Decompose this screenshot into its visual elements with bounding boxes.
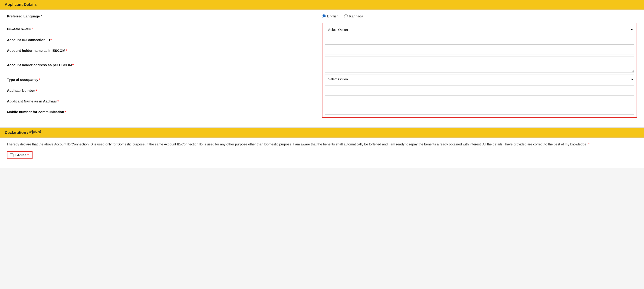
- account-id-input[interactable]: [325, 36, 634, 44]
- page-wrapper: Applicant Details Preferred Language * E…: [0, 0, 644, 168]
- language-options: English Kannada: [322, 14, 637, 18]
- field-label-0: ESCOM NAME *: [7, 23, 317, 34]
- mobile-number-field: [325, 106, 634, 114]
- applicant-name-aadhaar-field: [325, 96, 634, 104]
- field-label-6: Applicant Name as in Aadhaar *: [7, 96, 317, 106]
- applicant-name-aadhaar-input[interactable]: [325, 96, 634, 104]
- i-agree-label: I Agree *: [15, 153, 29, 157]
- escom-name-field: Select Option: [325, 25, 634, 34]
- declaration-section-header: Declaration / ಘೋಷಣೆ: [0, 128, 644, 138]
- account-holder-address-textarea[interactable]: [325, 56, 634, 72]
- mobile-number-input[interactable]: [325, 106, 634, 114]
- declaration-text: I hereby declare that the above Account …: [7, 142, 637, 147]
- declaration-section: Declaration / ಘೋಷಣೆ I hereby declare tha…: [0, 128, 644, 168]
- field-label-3: Account holder address as per ESCOM *: [7, 56, 317, 74]
- aadhaar-number-field: [325, 85, 634, 94]
- applicant-form-body: Preferred Language * English Kannada ESC…: [0, 10, 644, 122]
- account-holder-name-field: [325, 46, 634, 55]
- preferred-language-label: Preferred Language *: [7, 14, 322, 18]
- english-radio[interactable]: [322, 14, 326, 18]
- english-option[interactable]: English: [322, 14, 338, 18]
- labels-column: ESCOM NAME *Account ID/Connection ID *Ac…: [7, 23, 322, 118]
- account-id-field: [325, 36, 634, 44]
- type-of-occupancy-field: Select Option: [325, 74, 634, 84]
- i-agree-row: I Agree *: [7, 151, 32, 159]
- type-of-occupancy-select[interactable]: Select Option: [325, 74, 634, 84]
- declaration-body: I hereby declare that the above Account …: [0, 138, 644, 161]
- field-label-2: Account holder name as in ESCOM *: [7, 45, 317, 56]
- kannada-radio[interactable]: [344, 14, 348, 18]
- red-border-container: Select Option: [322, 23, 637, 118]
- escom-name-select[interactable]: Select Option: [325, 25, 634, 34]
- aadhaar-number-input[interactable]: [325, 85, 634, 94]
- applicant-details-section: Applicant Details Preferred Language * E…: [0, 0, 644, 128]
- field-label-4: Type of occupancy *: [7, 74, 317, 85]
- i-agree-checkbox[interactable]: [10, 153, 14, 157]
- fields-column: Select Option: [322, 23, 637, 118]
- kannada-option[interactable]: Kannada: [344, 14, 363, 18]
- field-label-5: Aadhaar Number *: [7, 85, 317, 96]
- preferred-language-required: *: [41, 14, 42, 18]
- preferred-language-row: Preferred Language * English Kannada: [7, 12, 637, 20]
- account-holder-address-field: [325, 56, 634, 73]
- fields-container: ESCOM NAME *Account ID/Connection ID *Ac…: [7, 20, 637, 120]
- field-label-7: Mobile number for communication *: [7, 106, 317, 117]
- applicant-section-title: Applicant Details: [5, 2, 37, 7]
- field-label-1: Account ID/Connection ID *: [7, 34, 317, 45]
- applicant-section-header: Applicant Details: [0, 0, 644, 10]
- declaration-section-title: Declaration / ಘೋಷಣೆ: [5, 130, 41, 135]
- account-holder-name-input[interactable]: [325, 46, 634, 55]
